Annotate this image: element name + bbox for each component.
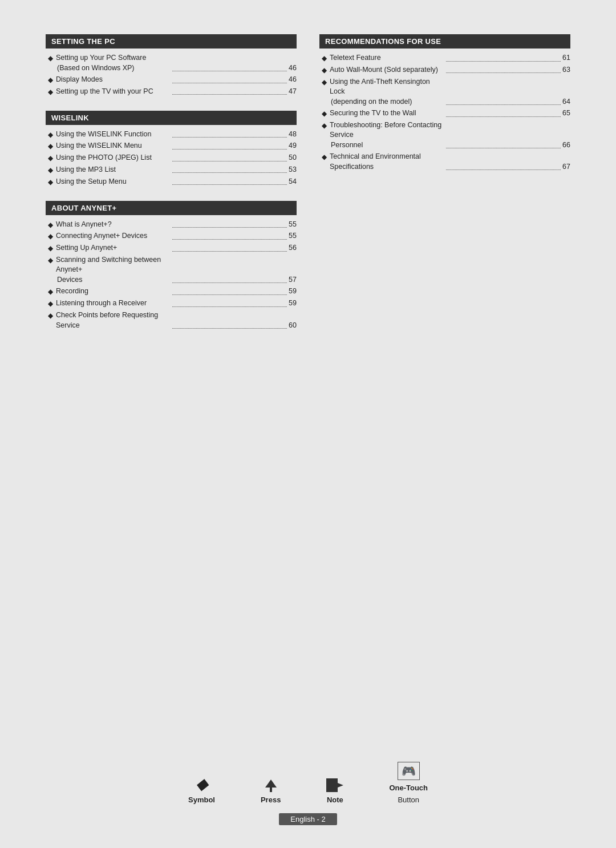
page-num: 53 (289, 165, 297, 175)
list-item: ◆ Display Modes 46 (46, 75, 297, 85)
list-item: ◆ Technical and Environmental Specificat… (319, 152, 570, 172)
list-item: ◆ What is Anynet+? 55 (46, 220, 297, 230)
toc-label: What is Anynet+? (56, 220, 171, 230)
diamond-icon: ◆ (48, 165, 53, 175)
legend-item-press: Press (261, 780, 281, 804)
page-num: 50 (289, 153, 297, 163)
toc-list-wiselink: ◆ Using the WISELINK Function 48 ◆ Using… (46, 130, 297, 187)
page-num: 55 (289, 220, 297, 230)
press-icon (265, 780, 277, 792)
list-item: ◆ Using the PHOTO (JPEG) List 50 (46, 153, 297, 163)
diamond-icon: ◆ (322, 54, 327, 63)
list-item: ◆ Using the MP3 List 53 (46, 165, 297, 175)
diamond-icon: ◆ (322, 109, 327, 119)
footer: ◆ Symbol Press Note (46, 739, 570, 825)
page-num: 60 (289, 321, 297, 331)
dots (172, 161, 287, 161)
page-num: 59 (289, 286, 297, 297)
page-num: 61 (562, 53, 570, 63)
dots (172, 137, 287, 138)
page-num: 59 (289, 298, 297, 309)
dots (446, 104, 561, 105)
dots (172, 282, 287, 283)
toc-label: Troubleshooting: Before Contacting Servi… (330, 120, 444, 151)
page-num: 67 (562, 162, 570, 172)
diamond-icon: ◆ (48, 287, 53, 297)
toc-label: Using the PHOTO (JPEG) List (56, 153, 171, 163)
dots (446, 116, 561, 117)
list-item: ◆ Check Points before Requesting Service… (46, 310, 297, 330)
list-item: ◆ Setting up the TV with your PC 47 (46, 87, 297, 97)
toc-label: Using the Setup Menu (56, 177, 171, 187)
diamond-icon: ◆ (322, 121, 327, 131)
dots (172, 184, 287, 185)
diamond-icon: ◆ (48, 54, 53, 63)
dots (172, 94, 287, 95)
section-header-about-anynet: ABOUT ANYNET+ (46, 201, 297, 215)
page-num: 47 (289, 87, 297, 97)
legend-note-label: Note (327, 795, 343, 804)
list-item: ◆ Teletext Feature 61 (319, 53, 570, 63)
dots (172, 251, 287, 252)
toc-list-about-anynet: ◆ What is Anynet+? 55 ◆ Connecting Anyne… (46, 220, 297, 330)
legend-item-symbol: ◆ Symbol (188, 777, 215, 804)
symbol-icon: ◆ (196, 777, 207, 792)
legend-onetouch-sublabel: Button (398, 795, 419, 804)
list-item: ◆ Connecting Anynet+ Devices 55 (46, 231, 297, 241)
list-item: ◆ Securing the TV to the Wall 65 (319, 108, 570, 119)
section-setting-the-pc: SETTING THE PC ◆ Setting up Your PC Soft… (46, 34, 297, 97)
page-num: 49 (289, 141, 297, 151)
dots (172, 239, 287, 240)
page-num: 63 (562, 65, 570, 75)
legend-press-label: Press (261, 795, 281, 804)
list-item: ◆ Using the WISELINK Function 48 (46, 130, 297, 140)
legend-item-onetouch: 🎮 One-Touch Button (389, 762, 428, 804)
page-num: 65 (562, 108, 570, 119)
toc-label: Check Points before Requesting Service (56, 310, 171, 330)
dots (172, 328, 287, 329)
toc-label: Scanning and Switching between Anynet+ D… (56, 255, 171, 285)
left-column: SETTING THE PC ◆ Setting up Your PC Soft… (46, 34, 297, 739)
page-num: 46 (289, 75, 297, 85)
toc-label: Technical and Environmental Specificatio… (330, 152, 444, 172)
legend-row: ◆ Symbol Press Note (188, 762, 428, 804)
toc-label: Using the MP3 List (56, 165, 171, 175)
diamond-icon: ◆ (48, 87, 53, 97)
list-item: ◆ Using the Setup Menu 54 (46, 177, 297, 187)
page-num: 48 (289, 130, 297, 140)
list-item: ◆ Using the WISELINK Menu 49 (46, 141, 297, 151)
page-num: 66 (562, 140, 570, 151)
diamond-icon: ◆ (48, 299, 53, 309)
dots (172, 71, 287, 71)
legend-item-note: Note (326, 778, 343, 804)
diamond-icon: ◆ (48, 130, 53, 140)
list-item: ◆ Using the Anti-Theft Kensington Lock (… (319, 77, 570, 107)
dots (446, 169, 561, 170)
diamond-icon: ◆ (48, 142, 53, 151)
note-icon (326, 778, 343, 792)
diamond-icon: ◆ (322, 78, 327, 87)
toc-label: Setting Up Anynet+ (56, 243, 171, 253)
dots (172, 306, 287, 307)
toc-label: Setting up Your PC Software (Based on Wi… (56, 53, 171, 73)
toc-list-recommendations: ◆ Teletext Feature 61 ◆ Auto Wall-Mount … (319, 53, 570, 172)
onetouch-inner-icon: 🎮 (402, 764, 416, 778)
page-num: 46 (289, 63, 297, 74)
diamond-icon: ◆ (48, 311, 53, 321)
section-wiselink: WISELINK ◆ Using the WISELINK Function 4… (46, 111, 297, 187)
section-header-wiselink: WISELINK (46, 111, 297, 125)
diamond-icon: ◆ (322, 152, 327, 162)
dots (446, 61, 561, 62)
list-item: ◆ Listening through a Receiver 59 (46, 298, 297, 309)
toc-label: Teletext Feature (330, 53, 444, 63)
list-item: ◆ Troubleshooting: Before Contacting Ser… (319, 120, 570, 151)
toc-label: Using the Anti-Theft Kensington Lock (de… (330, 77, 444, 107)
dots (172, 149, 287, 150)
dots (172, 172, 287, 173)
list-item: ◆ Recording 59 (46, 286, 297, 297)
diamond-icon: ◆ (48, 154, 53, 163)
toc-label: Recording (56, 286, 171, 297)
diamond-icon: ◆ (48, 244, 53, 253)
toc-label: Connecting Anynet+ Devices (56, 231, 171, 241)
toc-label: Setting up the TV with your PC (56, 87, 171, 97)
